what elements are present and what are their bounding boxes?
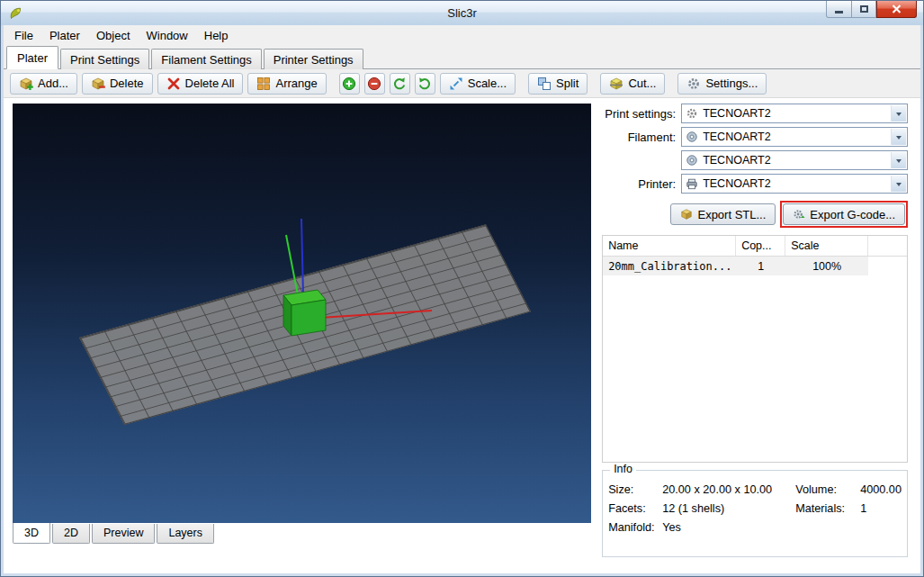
- size-value: 20.00 x 20.00 x 10.00: [662, 483, 795, 496]
- export-stl-button[interactable]: Export STL...: [670, 203, 776, 225]
- column-header-copies[interactable]: Cop...: [736, 236, 785, 256]
- column-header-scale[interactable]: Scale: [785, 236, 868, 256]
- chevron-down-icon: [896, 159, 902, 166]
- manifold-label: Manifold:: [608, 521, 662, 534]
- rotate-cw-button[interactable]: [415, 73, 435, 95]
- menu-help[interactable]: Help: [196, 26, 237, 45]
- filament-row-2: TECNOART2: [602, 150, 908, 170]
- scale-arrows-icon: [449, 77, 463, 91]
- menu-object[interactable]: Object: [88, 26, 139, 45]
- delete-label: Delete: [110, 77, 144, 90]
- materials-value: 1: [860, 502, 902, 515]
- view-tab-bar: 3D 2D Preview Layers: [13, 524, 597, 544]
- model-object-cube[interactable]: [283, 290, 326, 336]
- filament-value-1: TECNOART2: [703, 131, 770, 143]
- maximize-button[interactable]: [852, 1, 876, 18]
- green-plus-circle-icon: [342, 77, 356, 91]
- tab-filament-settings[interactable]: Filament Settings: [151, 49, 261, 69]
- menu-window[interactable]: Window: [139, 26, 196, 45]
- print-settings-value: TECNOART2: [703, 107, 770, 120]
- volume-label: Volume:: [795, 483, 860, 496]
- split-button[interactable]: Split: [528, 73, 588, 95]
- printer-icon: [686, 177, 698, 190]
- maximize-icon: [860, 5, 868, 13]
- filament-combo-1[interactable]: TECNOART2: [681, 127, 908, 147]
- x-axis-line: [319, 311, 432, 318]
- minimize-button[interactable]: [826, 1, 852, 18]
- chevron-down-icon: [896, 183, 902, 189]
- filament-combo-2[interactable]: TECNOART2: [681, 150, 908, 170]
- printer-value: TECNOART2: [703, 177, 770, 190]
- split-shapes-icon: [537, 77, 552, 91]
- gear-icon: [686, 77, 701, 91]
- decrease-copies-button[interactable]: [364, 73, 385, 95]
- object-list-header: Name Cop... Scale: [603, 236, 907, 257]
- menu-plater[interactable]: Plater: [41, 26, 88, 45]
- print-settings-combo[interactable]: TECNOART2: [681, 104, 908, 123]
- plater-toolbar: Add... Delete Delete All: [4, 69, 920, 98]
- printer-row: Printer: TECNOART2: [602, 174, 908, 194]
- view-tab-preview[interactable]: Preview: [92, 524, 155, 544]
- export-gcode-button[interactable]: Export G-code...: [783, 203, 905, 225]
- window-controls: [826, 1, 917, 18]
- view-tab-layers[interactable]: Layers: [157, 524, 214, 544]
- stl-cube-icon: [680, 208, 693, 221]
- arrange-label: Arrange: [275, 77, 317, 90]
- info-row-size: Size: 20.00 x 20.00 x 10.00 Volume: 4000…: [608, 483, 902, 496]
- add-cube-icon: [19, 77, 33, 91]
- chevron-down-icon: [896, 136, 902, 142]
- red-minus-circle-icon: [367, 77, 381, 91]
- filament-spool-icon: [686, 131, 698, 143]
- materials-label: Materials:: [795, 502, 860, 515]
- add-button[interactable]: Add...: [10, 73, 77, 95]
- increase-copies-button[interactable]: [339, 73, 360, 95]
- left-pane: 3D 2D Preview Layers: [4, 98, 597, 573]
- manifold-value: Yes: [662, 521, 795, 534]
- dropdown-arrow[interactable]: [891, 176, 906, 192]
- arrange-button[interactable]: Arrange: [247, 73, 326, 95]
- export-stl-label: Export STL...: [697, 208, 766, 221]
- tab-plater[interactable]: Plater: [6, 46, 58, 69]
- printer-combo[interactable]: TECNOART2: [681, 174, 908, 194]
- export-gcode-highlight: Export G-code...: [780, 201, 908, 228]
- info-row-facets: Facets: 12 (1 shells) Materials: 1: [608, 502, 902, 515]
- settings-button[interactable]: Settings...: [677, 73, 767, 95]
- title-bar[interactable]: Slic3r: [1, 1, 923, 25]
- cut-button[interactable]: Cut...: [600, 73, 665, 95]
- object-filler-cell: [868, 257, 907, 275]
- object-scale-cell: 100%: [785, 257, 868, 275]
- close-button[interactable]: [876, 1, 917, 18]
- close-icon: [892, 5, 902, 14]
- scale-button[interactable]: Scale...: [440, 73, 516, 95]
- dropdown-arrow[interactable]: [891, 152, 906, 168]
- scene-overlay: [13, 104, 591, 523]
- export-gcode-label: Export G-code...: [810, 208, 895, 221]
- tab-print-settings[interactable]: Print Settings: [60, 49, 149, 69]
- filament-value-2: TECNOART2: [703, 154, 770, 167]
- printer-label: Printer:: [602, 177, 681, 191]
- viewport-3d[interactable]: [13, 104, 591, 523]
- delete-button[interactable]: Delete: [82, 73, 153, 95]
- view-tab-3d[interactable]: 3D: [13, 523, 50, 544]
- tab-printer-settings[interactable]: Printer Settings: [264, 49, 363, 69]
- slic3r-window: Slic3r File Plater Object Window Help Pl…: [0, 0, 924, 577]
- scale-label: Scale...: [468, 77, 507, 90]
- info-row-manifold: Manifold: Yes: [608, 521, 902, 534]
- dropdown-arrow[interactable]: [891, 105, 906, 122]
- view-tab-2d[interactable]: 2D: [52, 524, 90, 544]
- table-row[interactable]: 20mm_Calibration... 1 100%: [603, 257, 907, 275]
- menu-file[interactable]: File: [6, 26, 41, 45]
- object-copies-cell: 1: [736, 257, 785, 275]
- rotate-ccw-button[interactable]: [390, 73, 410, 95]
- object-name-cell: 20mm_Calibration...: [603, 257, 736, 275]
- settings-label: Settings...: [705, 77, 758, 90]
- size-label: Size:: [608, 483, 662, 496]
- object-list: Name Cop... Scale 20mm_Calibration... 1 …: [602, 235, 908, 463]
- print-settings-row: Print settings: TECNOART2: [602, 104, 908, 123]
- cut-label: Cut...: [628, 77, 656, 90]
- delete-all-button[interactable]: Delete All: [157, 73, 244, 95]
- dropdown-arrow[interactable]: [891, 129, 906, 145]
- delete-all-label: Delete All: [185, 77, 235, 90]
- column-header-name[interactable]: Name: [603, 236, 736, 256]
- split-label: Split: [556, 77, 579, 90]
